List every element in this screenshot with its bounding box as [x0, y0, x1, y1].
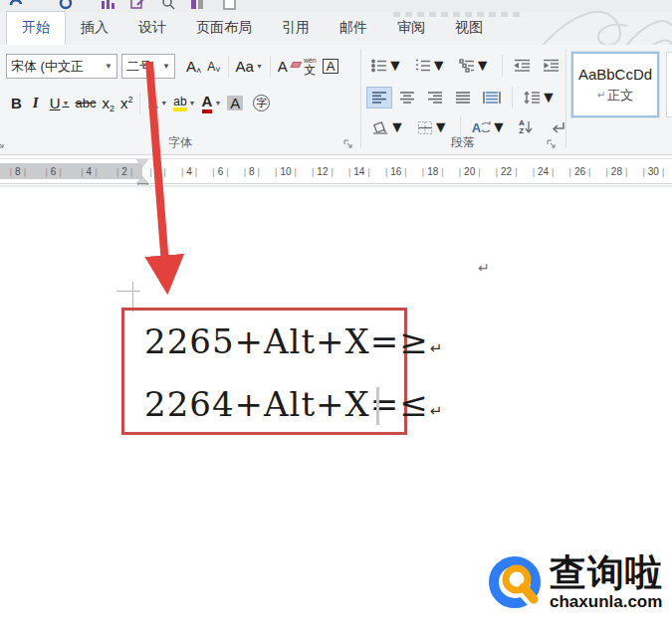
strikethrough-button[interactable]: abc — [72, 95, 99, 111]
down-arrow-icon — [525, 120, 533, 134]
clear-formatting-label: A — [278, 59, 288, 74]
tab-home[interactable]: 开始 — [6, 11, 66, 45]
separator — [228, 56, 229, 78]
grow-font-button[interactable]: A˄ — [183, 57, 204, 76]
multilevel-list-icon — [459, 59, 475, 73]
titlebar-text-fragment — [393, 12, 523, 17]
decrease-indent-button[interactable] — [509, 55, 536, 77]
justify-button[interactable] — [450, 87, 476, 108]
ribbon-tab-bar: 开始 插入 设计 页面布局 引用 邮件 审阅 视图 — [0, 12, 672, 45]
style-item-normal[interactable]: AaBbCcDd ↵ 正文 — [571, 52, 659, 117]
asian-layout-label: A — [472, 120, 481, 135]
style-sample-text: AaBbCcDd — [578, 66, 652, 83]
italic-button[interactable]: I — [30, 94, 42, 112]
chevron-down-icon: ▼ — [431, 57, 447, 75]
subscript-button[interactable]: x2 — [99, 94, 117, 112]
paragraph-dialog-launcher-icon[interactable] — [547, 139, 558, 150]
ruler-number: 8 — [244, 166, 260, 177]
line-2-text: 2264+Alt+X=≤ — [144, 384, 429, 424]
shrink-font-button[interactable]: A˅ — [204, 59, 223, 75]
find-icon[interactable] — [159, 0, 177, 11]
superscript-label: x — [120, 96, 128, 110]
tab-page-layout[interactable]: 页面布局 — [181, 12, 267, 45]
increase-indent-icon — [543, 59, 560, 73]
style-name-text: 正文 — [607, 87, 633, 105]
rotate-arrows-icon — [481, 121, 491, 133]
superscript-button[interactable]: x2 — [117, 94, 136, 112]
document-line-2: 2264+Alt+X=≤↵ — [144, 379, 404, 436]
font-name-combobox[interactable]: 宋体 (中文正 ▼ — [6, 54, 117, 79]
align-left-button[interactable] — [366, 87, 392, 108]
align-right-icon — [427, 91, 443, 105]
line-spacing-icon — [524, 91, 541, 105]
text-effects-label: A — [147, 96, 158, 110]
chevron-down-icon: ▼ — [256, 63, 263, 70]
document-line-1: 2265+Alt+X=≥↵ — [144, 317, 404, 373]
first-line-indent-marker[interactable] — [136, 159, 148, 167]
distribute-button[interactable] — [478, 87, 506, 108]
tab-design[interactable]: 设计 — [123, 12, 181, 45]
align-center-button[interactable] — [394, 87, 420, 108]
chevron-down-icon: ▼ — [475, 57, 491, 75]
columns-icon[interactable] — [189, 0, 207, 11]
font-dialog-launcher-icon[interactable] — [343, 139, 354, 150]
chevron-down-icon: ▼ — [387, 57, 403, 75]
numbering-button[interactable]: ▼ — [410, 53, 452, 79]
font-size-combobox[interactable]: 二号 ▼ — [121, 54, 175, 79]
tab-references[interactable]: 引用 — [267, 12, 325, 45]
separator — [270, 56, 271, 78]
hanging-indent-marker[interactable] — [136, 176, 148, 183]
change-case-button[interactable]: Aa▼ — [233, 57, 266, 76]
separator — [139, 93, 140, 114]
shrink-font-label: A — [207, 61, 215, 73]
ruler-right-numbers: 24681012141618202224262830 — [142, 163, 672, 179]
line-spacing-button[interactable]: ▼ — [519, 85, 561, 110]
font-name-value: 宋体 (中文正 — [11, 58, 84, 76]
draw-icon[interactable] — [129, 0, 147, 11]
clear-formatting-button[interactable]: A — [275, 57, 301, 76]
strikethrough-label: abc — [75, 97, 96, 109]
text-effects-button[interactable]: A▼ — [144, 94, 170, 112]
paragraph-mark: ↵ — [478, 260, 490, 276]
character-border-label: A — [323, 59, 339, 74]
highlight-color-button[interactable]: ab▼ — [170, 94, 198, 114]
page-icon[interactable] — [221, 0, 239, 11]
tab-mailings[interactable]: 邮件 — [325, 12, 382, 45]
ruler-number: 14 — [348, 166, 370, 177]
undo-icon[interactable] — [8, 0, 24, 11]
text-boundary-corner-mark — [116, 291, 140, 292]
numbered-list-icon — [415, 59, 431, 73]
bold-button[interactable]: B — [8, 94, 25, 112]
paragraph-return-icon — [551, 121, 566, 134]
caret-down-icon: ˅ — [215, 66, 220, 75]
underline-label: U — [50, 96, 61, 110]
redo-icon[interactable] — [58, 0, 74, 11]
align-right-button[interactable] — [422, 87, 448, 108]
font-color-button[interactable]: A▼ — [199, 92, 225, 115]
multilevel-list-button[interactable]: ▼ — [454, 53, 496, 79]
bullets-button[interactable]: ▼ — [366, 53, 408, 79]
chevron-down-icon: ▼ — [541, 89, 557, 106]
underline-button[interactable]: U▼ — [47, 94, 73, 112]
ribbon-home: 宋体 (中文正 ▼ 二号 ▼ A˄ A˅ Aa▼ A wén文 A B I U▼… — [0, 45, 672, 155]
phonetic-guide-button[interactable]: wén文 — [301, 55, 320, 78]
enclose-characters-button[interactable]: 字 — [250, 93, 273, 113]
watermark-title: 查询啦 — [550, 553, 663, 594]
phonetic-label: 文 — [304, 64, 316, 76]
change-case-label: Aa — [236, 59, 254, 74]
bullet-list-icon — [371, 59, 387, 73]
ruler-number: 4 — [81, 166, 97, 177]
style-item-next-partial[interactable]: A — [666, 52, 672, 117]
align-center-icon — [399, 91, 415, 105]
character-border-button[interactable]: A — [320, 57, 342, 76]
enclose-characters-label: 字 — [253, 95, 270, 111]
ruler-left-numbers: 8642 — [0, 163, 142, 179]
character-shading-button[interactable]: A — [224, 94, 246, 112]
ruler-number: 10 — [275, 166, 297, 177]
paragraph-mark-icon: ↵ — [597, 90, 605, 101]
tab-insert[interactable]: 插入 — [66, 12, 123, 45]
ruler-number: 22 — [496, 166, 518, 177]
paragraph-group-label: 段落 — [362, 134, 563, 151]
increase-indent-button[interactable] — [538, 55, 564, 77]
chart-icon[interactable] — [100, 0, 115, 11]
